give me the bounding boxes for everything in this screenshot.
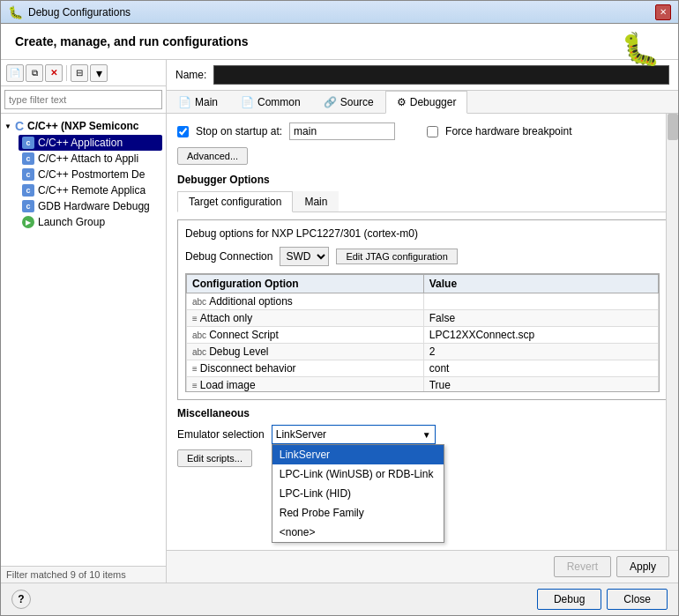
c-icon: c — [22, 152, 34, 165]
emulator-label: Emulator selection — [177, 428, 265, 441]
debug-button[interactable]: Debug — [537, 589, 601, 610]
filter-input[interactable] — [4, 90, 162, 109]
tab-bar: 📄 Main 📄 Common 🔗 Source ⚙ Debugger — [167, 91, 678, 114]
config-tree: ▼ C C/C++ (NXP Semiconc c C/C++ Applicat… — [1, 114, 166, 566]
collapse-button[interactable]: ⊟ — [71, 64, 88, 82]
tree-item-label: GDB Hardware Debugg — [38, 200, 150, 212]
config-table-wrapper: Configuration Option Value abcAdditional… — [185, 273, 660, 392]
emulator-dropdown-list: LinkServer LPC-Link (WinUSB) or RDB-Link… — [272, 444, 444, 543]
stop-on-startup-label: Stop on startup at: — [196, 125, 282, 137]
duplicate-config-button[interactable]: ⧉ — [26, 64, 43, 82]
edit-jtag-button[interactable]: Edit JTAG configuration — [336, 249, 457, 264]
advanced-button[interactable]: Advanced... — [177, 147, 248, 165]
expand-arrow-icon: ▼ — [4, 122, 11, 130]
row-icon: ≡ — [192, 381, 198, 390]
filter-status: Filter matched 9 of 10 items — [1, 566, 166, 583]
tab-source[interactable]: 🔗 Source — [312, 91, 385, 113]
c-icon: c — [22, 168, 34, 181]
dropdown-option-none[interactable]: <none> — [272, 523, 444, 542]
inner-tab-main-label: Main — [304, 196, 327, 208]
table-row[interactable]: abcAdditional options — [187, 293, 659, 310]
debugger-tab-content: Stop on startup at: Force hardware break… — [167, 114, 678, 550]
tree-item-remote[interactable]: c C/C++ Remote Applica — [19, 182, 162, 198]
table-row[interactable]: ≡Load image True — [187, 377, 659, 393]
close-window-button[interactable]: ✕ — [655, 4, 671, 20]
apply-button[interactable]: Apply — [616, 556, 669, 577]
row-icon: ≡ — [192, 364, 198, 374]
tab-debugger-label: Debugger — [410, 96, 457, 108]
row-icon: abc — [192, 347, 206, 357]
left-panel: 📄 ⧉ ✕ ⊟ ▾ ▼ C C/C++ (NXP Semiconc — [1, 60, 167, 583]
bug-icon: 🐛 — [621, 31, 660, 68]
col-option-header: Configuration Option — [187, 275, 424, 293]
main-content: 📄 ⧉ ✕ ⊟ ▾ ▼ C C/C++ (NXP Semiconc — [1, 60, 678, 583]
right-panel: Name: 📄 Main 📄 Common 🔗 Source ⚙ — [167, 60, 678, 583]
stop-on-startup-row: Stop on startup at: Force hardware break… — [177, 122, 668, 140]
c-icon: c — [22, 137, 34, 149]
table-row[interactable]: abcConnect Script LPC12XXConnect.scp — [187, 327, 659, 344]
tree-item-label: C/C++ Remote Applica — [38, 184, 146, 197]
table-row[interactable]: ≡Attach only False — [187, 310, 659, 327]
value-cell: 2 — [423, 344, 658, 360]
inner-tab-bar: Target configuration Main — [177, 191, 668, 212]
name-row: Name: — [167, 60, 678, 91]
edit-scripts-button[interactable]: Edit scripts... — [177, 449, 252, 467]
row-icon: ≡ — [192, 314, 198, 323]
dropdown-option-red-probe[interactable]: Red Probe Family — [272, 503, 444, 523]
table-row[interactable]: abcDebug Level 2 — [187, 344, 659, 360]
value-cell: LPC12XXConnect.scp — [423, 327, 658, 344]
tree-item-application[interactable]: c C/C++ Application — [19, 135, 162, 151]
footer-bar: ? Debug Close — [1, 583, 678, 615]
option-cell: abcDebug Level — [187, 344, 424, 360]
tree-item-label: C/C++ Postmortem De — [38, 168, 145, 181]
tab-common[interactable]: 📄 Common — [229, 91, 312, 113]
force-hw-breakpoint-checkbox[interactable] — [427, 126, 438, 137]
debugger-tab-icon: ⚙ — [397, 96, 407, 108]
tab-debugger[interactable]: ⚙ Debugger — [385, 91, 468, 114]
startup-value-input[interactable] — [289, 122, 395, 140]
tab-main[interactable]: 📄 Main — [167, 91, 229, 113]
tree-group-header[interactable]: ▼ C C/C++ (NXP Semiconc — [4, 117, 162, 135]
emulator-dropdown-container: LinkServer ▼ LinkServer LPC-Link (WinUSB… — [272, 425, 436, 444]
tree-item-gdb[interactable]: c GDB Hardware Debugg — [19, 198, 162, 214]
table-row[interactable]: ≡Disconnect behavior cont — [187, 360, 659, 377]
more-button[interactable]: ▾ — [90, 64, 108, 82]
scrollbar[interactable] — [666, 114, 678, 550]
source-tab-icon: 🔗 — [324, 96, 337, 108]
c-icon: c — [22, 200, 34, 212]
row-icon: abc — [192, 330, 206, 340]
name-input[interactable] — [213, 65, 669, 85]
misc-section: Miscellaneous Emulator selection LinkSer… — [177, 407, 668, 467]
delete-config-button[interactable]: ✕ — [45, 64, 63, 82]
tab-common-label: Common — [257, 96, 301, 108]
help-button[interactable]: ? — [11, 590, 31, 609]
window-icon: 🐛 — [8, 5, 23, 19]
inner-tab-main[interactable]: Main — [293, 191, 339, 212]
emulator-select-display[interactable]: LinkServer ▼ — [272, 425, 436, 444]
config-table: Configuration Option Value abcAdditional… — [186, 274, 659, 392]
debug-conn-select[interactable]: SWD JTAG — [280, 247, 329, 266]
tree-item-postmortem[interactable]: c C/C++ Postmortem De — [19, 167, 162, 182]
revert-button[interactable]: Revert — [554, 556, 611, 577]
tree-item-launch[interactable]: ▶ Launch Group — [19, 214, 162, 230]
dropdown-option-linkserver[interactable]: LinkServer — [272, 445, 444, 464]
inner-tab-target-config[interactable]: Target configuration — [177, 191, 293, 212]
target-config-content: Debug options for NXP LPC1227/301 (corte… — [177, 219, 668, 400]
toolbar-divider — [66, 65, 67, 81]
debug-options-title: Debug options for NXP LPC1227/301 (corte… — [185, 227, 660, 240]
dropdown-option-lpc-winusb[interactable]: LPC-Link (WinUSB) or RDB-Link — [272, 464, 444, 484]
tree-item-attach[interactable]: c C/C++ Attach to Appli — [19, 151, 162, 167]
tree-item-label: C/C++ Application — [38, 137, 123, 149]
value-cell: False — [423, 310, 658, 327]
force-hw-breakpoint-label: Force hardware breakpoint — [445, 125, 571, 137]
value-cell — [423, 293, 658, 310]
dropdown-option-lpc-hid[interactable]: LPC-Link (HID) — [272, 484, 444, 503]
debugger-options-label: Debugger Options — [177, 174, 668, 186]
close-button[interactable]: Close — [607, 589, 668, 610]
emulator-selected-value: LinkServer — [276, 428, 326, 441]
new-config-button[interactable]: 📄 — [6, 64, 24, 82]
filter-area — [1, 86, 166, 114]
stop-on-startup-checkbox[interactable] — [177, 126, 189, 137]
scrollbar-thumb[interactable] — [668, 114, 678, 140]
main-tab-icon: 📄 — [178, 96, 191, 108]
